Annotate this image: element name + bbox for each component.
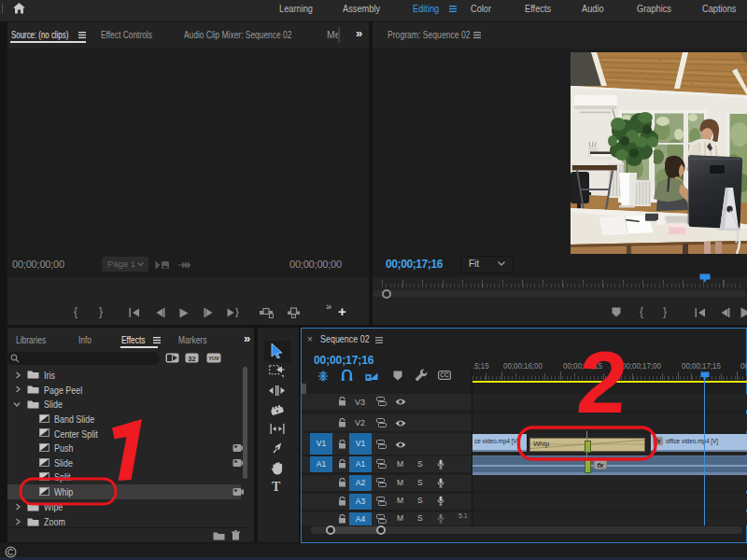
svg-text:2: 2 [574, 333, 631, 431]
